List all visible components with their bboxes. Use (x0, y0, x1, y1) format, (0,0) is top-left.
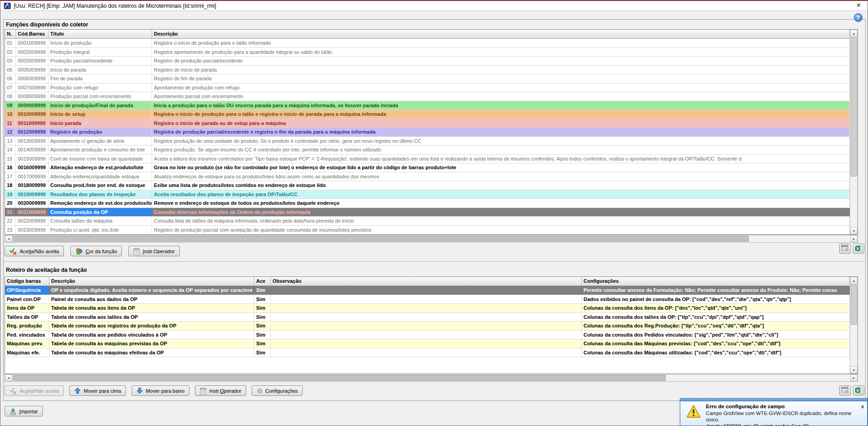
cell-description[interactable]: Apontamento parcial com encerramento (152, 92, 850, 101)
cell-title[interactable]: Registro de produção (48, 128, 152, 136)
cell-number[interactable]: 19 (5, 190, 16, 199)
cell-description[interactable]: Consulta lista de talões da máquina info… (152, 217, 850, 225)
roteiro-row[interactable]: Itens da OPTabela de consulta aos itens … (5, 304, 850, 313)
cell-barcode[interactable]: 0005009999 (16, 66, 48, 74)
cell-barcode[interactable]: 0009009999 (16, 101, 48, 110)
hscroll-thumb[interactable] (13, 375, 666, 381)
cell-barcode[interactable]: Ped. vinculados (5, 331, 49, 339)
cell-description[interactable]: Inicia a produção para o talão OU encerr… (152, 101, 850, 110)
cell-number[interactable]: 12 (5, 128, 16, 136)
roteiro-row[interactable]: Ped. vinculadosTabela de consulta aos pe… (5, 331, 850, 340)
roteiro-row[interactable]: Talões da OPTabela de consulta aos talõe… (5, 313, 850, 322)
cell-observation[interactable] (271, 339, 582, 348)
help-icon[interactable]: ? (854, 13, 863, 22)
cell-observation[interactable] (271, 313, 582, 322)
roteiro-row[interactable]: Máquinas efe.Tabela de consulta às máqui… (5, 348, 850, 358)
cell-number[interactable]: 14 (5, 145, 16, 154)
cell-barcode[interactable]: 0019009999 (16, 190, 48, 199)
roteiro-row[interactable]: Máquinas prev.Tabela de consulta às máqu… (5, 339, 850, 348)
cell-description[interactable]: Aceita a leitura dos insumos controlados… (152, 155, 850, 163)
cell-number[interactable]: 06 (5, 74, 16, 83)
cell-description[interactable]: Registra o início de parada ou de setup … (152, 119, 850, 128)
cell-configuration[interactable]: Colunas da consulta das Máquinas utiliza… (582, 348, 850, 357)
cell-description[interactable]: Registra o início de produção para o tal… (152, 110, 850, 119)
cell-accept[interactable]: Sim (254, 304, 271, 312)
function-row[interactable]: 160016009999Alteração endereço de est.pr… (5, 163, 850, 172)
cell-title[interactable]: Início parada (48, 119, 152, 128)
cell-description[interactable]: Remove o endereço de estoque de todos os… (152, 199, 850, 208)
cell-description[interactable]: Tabela de consulta aos itens da OP (49, 304, 254, 312)
move-up-button[interactable]: Mover para cima (69, 385, 126, 396)
cell-description[interactable]: Apontamento de produção com refugo (152, 83, 850, 92)
cell-configuration[interactable]: Colunas da consulta das Máquinas previst… (582, 339, 850, 348)
cell-description[interactable]: Tabela de consulta aos registros de prod… (49, 322, 254, 330)
cell-description[interactable]: Atualiza endereços de estoque para os pr… (152, 172, 850, 181)
cell-title[interactable]: Consulta prod./lote por end. de estoque (48, 181, 152, 190)
operator-instructions-button[interactable]: Instr.Operador (128, 246, 179, 256)
cell-description[interactable]: Tabela de consulta aos pedidos vinculado… (49, 331, 254, 339)
cell-title[interactable]: Consulta talões da máquina (48, 217, 152, 225)
cell-title[interactable]: Conf.de insumo com baixa de quantidade (48, 155, 152, 163)
cell-barcode[interactable]: 0001009999 (16, 39, 48, 47)
cell-title[interactable]: Fim de parada (48, 74, 152, 83)
cell-title[interactable]: Início de produção (48, 39, 152, 47)
function-row[interactable]: 120012009999Registro de produçãoRegistra… (5, 128, 850, 137)
cell-number[interactable]: 18 (5, 181, 16, 190)
function-row[interactable]: 100010009999Início de setupRegistra o in… (5, 110, 850, 119)
cell-configuration[interactable]: Colunas da consulta dos talões da OP: ["… (582, 313, 850, 322)
cell-number[interactable]: 20 (5, 199, 16, 208)
operator-instructions-button[interactable]: Instr.Operador (195, 385, 246, 396)
cell-description[interactable]: Registro de início de parada (152, 66, 850, 74)
cell-barcode[interactable]: 0018009999 (16, 181, 48, 190)
cell-description[interactable]: Exibe uma lista de produtos/lotes contid… (152, 181, 850, 190)
scroll-down-icon[interactable]: ▾ (850, 227, 857, 234)
notification-close-button[interactable]: x (861, 404, 864, 409)
functions-table-vscrollbar[interactable]: ▴ ▾ (850, 30, 857, 234)
cell-observation[interactable] (271, 295, 582, 304)
cell-title[interactable]: Apontamento c/ geração de série (48, 137, 152, 145)
cell-title[interactable]: Produção c/ aceit. qtd. ins./lote (48, 226, 152, 234)
function-row[interactable]: 010001009999Início de produçãoRegistra o… (5, 39, 850, 48)
cell-number[interactable]: 21 (5, 208, 16, 217)
cell-barcode[interactable]: OP/Sequência (5, 286, 49, 295)
cell-description[interactable]: Registro de produção parcial/excedente (152, 57, 850, 65)
function-row[interactable]: 140014009999Apontamento produção e consu… (5, 145, 850, 155)
function-row[interactable]: 210021009999Consulta posição da OPConsul… (5, 208, 850, 217)
function-row[interactable]: 050005009999Início de paradaRegistro de … (5, 66, 850, 75)
cell-barcode[interactable]: 0017009999 (16, 172, 48, 181)
column-header[interactable]: N. (5, 30, 16, 39)
cell-barcode[interactable]: 0012009999 (16, 128, 48, 136)
cell-description[interactable]: Aceita resultados dos planos de inspeção… (152, 190, 850, 199)
cell-title[interactable]: Alteração endereço/quantidade estoque (48, 172, 152, 181)
cell-barcode[interactable]: 0011009999 (16, 119, 48, 128)
cell-number[interactable]: 15 (5, 155, 16, 163)
function-row[interactable]: 170017009999Alteração endereço/quantidad… (5, 172, 850, 182)
cell-accept[interactable]: Sim (254, 322, 271, 330)
cell-accept[interactable]: Sim (254, 295, 271, 304)
cell-title[interactable]: Início de setup (48, 110, 152, 119)
function-row[interactable]: 020002009999Produção integralRegistra ap… (5, 48, 850, 57)
column-header[interactable]: Cód.Barras (16, 30, 48, 39)
cell-number[interactable]: 23 (5, 226, 16, 234)
cell-barcode[interactable]: Itens da OP (5, 304, 49, 312)
function-row[interactable]: 200020009999Remoção endereço de est.dos … (5, 199, 850, 208)
cell-title[interactable]: Produção integral (48, 48, 152, 57)
function-row[interactable]: 150015009999Conf.de insumo com baixa de … (5, 155, 850, 164)
function-row[interactable]: 190019009999Resultados dos planos de ins… (5, 190, 850, 199)
cell-title[interactable]: Alteração endereço de est.produto/lote (48, 163, 152, 172)
function-row[interactable]: 070007009999Produção com refugoApontamen… (5, 83, 850, 93)
grid-edit-button[interactable] (839, 244, 851, 254)
scroll-up-icon[interactable]: ▴ (850, 277, 857, 284)
cell-number[interactable]: 17 (5, 172, 16, 181)
cell-title[interactable]: Início de produção/Final de parada (48, 101, 152, 110)
cell-description[interactable]: OP e sequência digitado. Aceita número e… (49, 286, 254, 295)
roteiro-row[interactable]: OP/SequênciaOP e sequência digitado. Ace… (5, 286, 850, 295)
column-header[interactable]: Ace (254, 277, 271, 286)
cell-barcode[interactable]: 0016009999 (16, 163, 48, 172)
cell-barcode[interactable]: Máquinas efe. (5, 348, 49, 357)
cell-number[interactable]: 16 (5, 163, 16, 172)
functions-table-hscrollbar[interactable]: ◂ ▸ (5, 235, 858, 243)
cell-barcode[interactable]: 0022009999 (16, 217, 48, 225)
cell-number[interactable]: 02 (5, 48, 16, 57)
function-row[interactable]: 230023009999Produção c/ aceit. qtd. ins.… (5, 226, 850, 235)
